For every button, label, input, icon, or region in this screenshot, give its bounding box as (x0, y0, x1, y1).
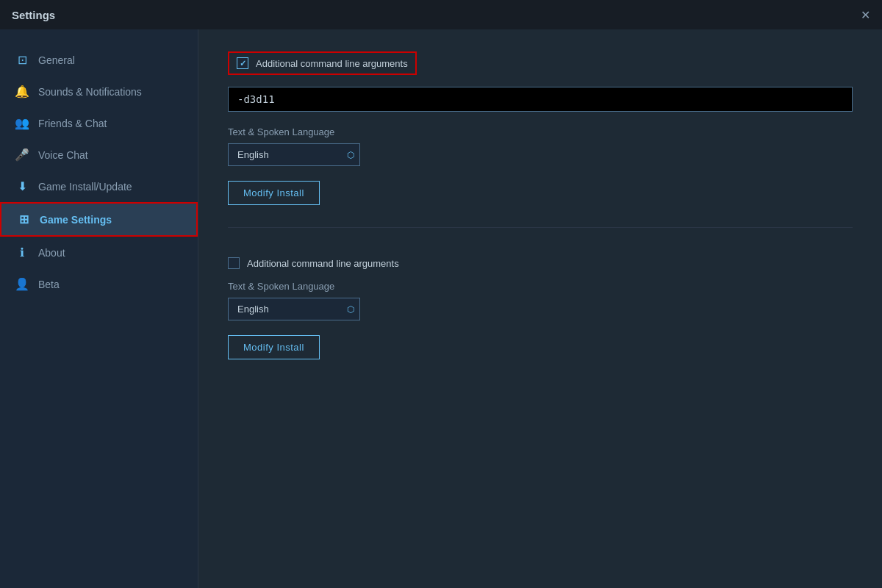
sidebar-label-beta: Beta (38, 279, 60, 290)
sounds-icon: 🔔 (15, 85, 29, 98)
cmdline-checkbox-2[interactable] (228, 257, 240, 269)
content-area: ⊡ General 🔔 Sounds & Notifications 👥 Fri… (0, 29, 882, 588)
voice-icon: 🎤 (15, 148, 29, 162)
language-select-1[interactable]: English French German Spanish (228, 143, 360, 166)
sidebar-label-voice: Voice Chat (38, 149, 88, 161)
cmdline-checkbox-row-2: Additional command line arguments (228, 257, 853, 269)
settings-window: Settings ✕ ⊡ General 🔔 Sounds & Notifica… (0, 0, 882, 588)
sidebar-item-game-install[interactable]: ⬇ Game Install/Update (0, 171, 198, 202)
window-title: Settings (12, 9, 55, 21)
sidebar-item-about[interactable]: ℹ About (0, 237, 198, 268)
cmdline-label-2: Additional command line arguments (247, 258, 399, 269)
sidebar-item-sounds-notifications[interactable]: 🔔 Sounds & Notifications (0, 76, 198, 107)
sidebar-label-game-settings: Game Settings (40, 214, 112, 226)
sidebar-item-game-settings[interactable]: ⊞ Game Settings (0, 202, 198, 237)
cmdline-checkbox-row-1: Additional command line arguments (228, 51, 853, 75)
language-label-2: Text & Spoken Language (228, 281, 853, 292)
cmdline-label-1: Additional command line arguments (256, 58, 408, 69)
general-icon: ⊡ (15, 53, 29, 67)
beta-icon: 👤 (15, 277, 29, 291)
friends-icon: 👥 (15, 116, 29, 130)
language-label-1: Text & Spoken Language (228, 126, 853, 137)
modify-install-button-2[interactable]: Modify Install (228, 335, 320, 359)
sidebar-label-friends: Friends & Chat (38, 118, 107, 129)
game-settings-icon: ⊞ (16, 212, 31, 226)
game-section-2: Additional command line arguments Text &… (228, 257, 853, 381)
language-select-2[interactable]: English French German Spanish (228, 298, 360, 320)
language-select-wrapper-2: English French German Spanish ⬡ (228, 298, 360, 320)
modify-install-button-1[interactable]: Modify Install (228, 181, 320, 205)
sidebar-item-voice-chat[interactable]: 🎤 Voice Chat (0, 139, 198, 171)
sidebar-label-general: General (38, 54, 75, 66)
sidebar-label-sounds: Sounds & Notifications (38, 86, 142, 98)
title-bar: Settings ✕ (0, 0, 882, 29)
sidebar-label-install: Game Install/Update (38, 181, 132, 193)
sidebar: ⊡ General 🔔 Sounds & Notifications 👥 Fri… (0, 29, 198, 588)
sidebar-label-about: About (38, 247, 65, 259)
main-content: Additional command line arguments Text &… (198, 29, 882, 588)
game-section-1: Additional command line arguments Text &… (228, 51, 853, 228)
sidebar-item-friends-chat[interactable]: 👥 Friends & Chat (0, 107, 198, 139)
close-button[interactable]: ✕ (861, 8, 870, 22)
cmdline-checkbox-1[interactable] (237, 57, 248, 69)
sidebar-item-general[interactable]: ⊡ General (0, 44, 198, 76)
install-icon: ⬇ (15, 179, 29, 193)
language-select-wrapper-1: English French German Spanish ⬡ (228, 143, 360, 166)
about-icon: ℹ (15, 245, 29, 259)
cmdline-input-1[interactable] (228, 87, 853, 112)
sidebar-item-beta[interactable]: 👤 Beta (0, 268, 198, 300)
